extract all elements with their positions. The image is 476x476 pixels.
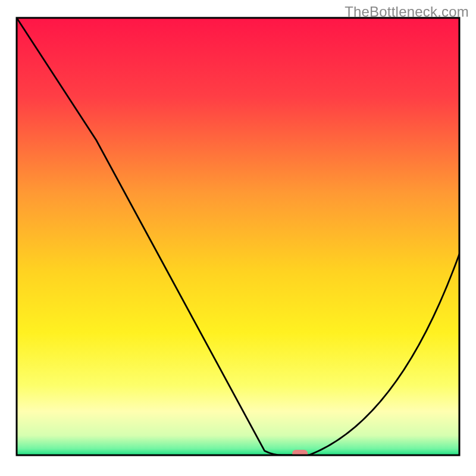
- optimal-marker: [292, 450, 308, 458]
- watermark-label: TheBottleneck.com: [345, 4, 469, 20]
- bottleneck-chart: [0, 0, 476, 476]
- plot-background: [17, 18, 459, 455]
- chart-container: TheBottleneck.com: [0, 0, 476, 476]
